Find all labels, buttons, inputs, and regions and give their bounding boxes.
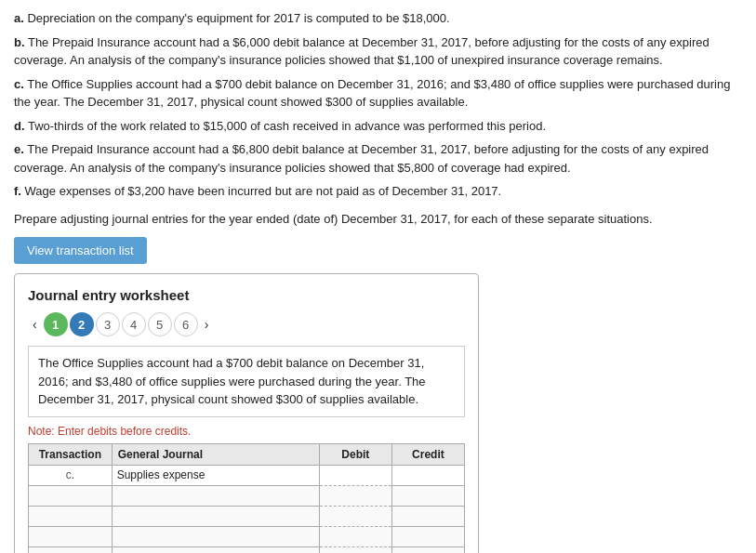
row2-transaction bbox=[29, 485, 113, 506]
row3-credit-input[interactable] bbox=[397, 509, 459, 522]
note-text: Note: Enter debits before credits. bbox=[28, 425, 465, 438]
view-transaction-list-button[interactable]: View transaction list bbox=[14, 237, 147, 264]
row5-transaction bbox=[29, 546, 113, 553]
journal-entry-worksheet: Journal entry worksheet ‹ 1 2 3 4 5 6 › … bbox=[14, 273, 479, 553]
table-row bbox=[29, 526, 465, 546]
prob-d-label: d. bbox=[14, 119, 25, 133]
prob-a-label: a. bbox=[14, 11, 24, 25]
prob-c-label: c. bbox=[14, 77, 24, 91]
col-credit: Credit bbox=[391, 443, 464, 465]
row1-credit-input[interactable] bbox=[397, 468, 459, 481]
row4-transaction bbox=[29, 526, 113, 546]
table-row bbox=[29, 506, 465, 526]
prob-f-text: Wage expenses of $3,200 have been incurr… bbox=[21, 184, 501, 198]
row1-debit-input[interactable] bbox=[325, 468, 387, 481]
row3-debit-input[interactable] bbox=[325, 509, 387, 522]
col-debit: Debit bbox=[319, 443, 391, 465]
row3-debit[interactable] bbox=[319, 506, 391, 526]
prob-b-text: The Prepaid Insurance account had a $6,0… bbox=[14, 35, 710, 68]
table-row: c. Supplies expense bbox=[29, 465, 465, 485]
row1-transaction: c. bbox=[29, 465, 113, 485]
row1-credit[interactable] bbox=[391, 465, 464, 485]
tab-3[interactable]: 3 bbox=[96, 312, 120, 336]
row3-general-input[interactable] bbox=[117, 509, 314, 522]
tab-6[interactable]: 6 bbox=[174, 312, 198, 336]
row3-transaction bbox=[29, 506, 113, 526]
row5-credit[interactable] bbox=[391, 546, 464, 553]
row4-general[interactable] bbox=[112, 526, 319, 546]
row3-credit[interactable] bbox=[391, 506, 464, 526]
row4-credit-input[interactable] bbox=[397, 530, 459, 543]
prob-a-text: Depreciation on the company's equipment … bbox=[24, 11, 450, 25]
row2-general[interactable] bbox=[112, 485, 319, 506]
tab-next-arrow[interactable]: › bbox=[200, 315, 214, 334]
row4-debit-input[interactable] bbox=[325, 530, 387, 543]
row2-credit-input[interactable] bbox=[397, 489, 459, 502]
prob-e-label: e. bbox=[14, 142, 24, 156]
tab-navigation: ‹ 1 2 3 4 5 6 › bbox=[28, 312, 465, 336]
row1-debit[interactable] bbox=[319, 465, 391, 485]
row3-general[interactable] bbox=[112, 506, 319, 526]
row2-debit[interactable] bbox=[319, 485, 391, 506]
journal-table: Transaction General Journal Debit Credit… bbox=[28, 443, 465, 554]
row1-general: Supplies expense bbox=[112, 465, 319, 485]
context-box: The Office Supplies account had a $700 d… bbox=[28, 346, 465, 417]
tab-5[interactable]: 5 bbox=[148, 312, 172, 336]
tab-1[interactable]: 1 bbox=[44, 312, 68, 336]
row2-credit[interactable] bbox=[391, 485, 464, 506]
row4-debit[interactable] bbox=[319, 526, 391, 546]
row2-debit-input[interactable] bbox=[325, 489, 387, 502]
tab-2[interactable]: 2 bbox=[70, 312, 94, 336]
prob-c-text: The Office Supplies account had a $700 d… bbox=[14, 77, 730, 110]
col-transaction: Transaction bbox=[29, 443, 113, 465]
row4-credit[interactable] bbox=[391, 526, 464, 546]
worksheet-title: Journal entry worksheet bbox=[28, 287, 465, 303]
row4-general-input[interactable] bbox=[117, 530, 314, 543]
row5-general[interactable] bbox=[112, 546, 319, 553]
prob-e-text: The Prepaid Insurance account had a $6,8… bbox=[14, 142, 709, 175]
row5-debit[interactable] bbox=[319, 546, 391, 553]
problem-list: a. Depreciation on the company's equipme… bbox=[14, 9, 742, 201]
table-row bbox=[29, 485, 465, 506]
tab-prev-arrow[interactable]: ‹ bbox=[28, 315, 42, 334]
table-row bbox=[29, 546, 465, 553]
row2-general-input[interactable] bbox=[117, 489, 314, 502]
tab-4[interactable]: 4 bbox=[122, 312, 146, 336]
prob-d-text: Two-thirds of the work related to $15,00… bbox=[25, 119, 547, 133]
col-general-journal: General Journal bbox=[112, 443, 319, 465]
prepare-text: Prepare adjusting journal entries for th… bbox=[14, 210, 742, 229]
prob-f-label: f. bbox=[14, 184, 21, 198]
prob-b-label: b. bbox=[14, 35, 25, 49]
